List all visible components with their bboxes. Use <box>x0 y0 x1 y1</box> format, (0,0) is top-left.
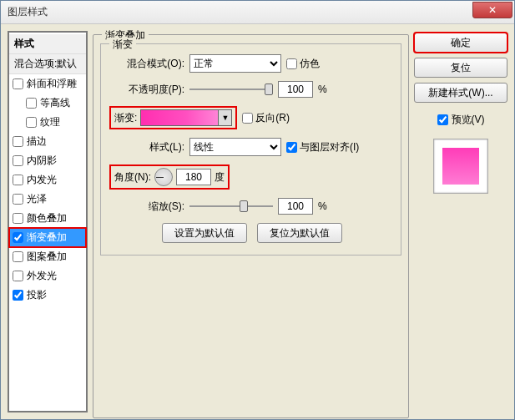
reverse-checkbox-wrap[interactable]: 反向(R) <box>242 111 290 125</box>
angle-label: 角度(N): <box>114 170 151 185</box>
gradient-label: 渐变: <box>114 111 137 125</box>
blend-mode-label: 混合模式(O): <box>109 57 184 71</box>
style-satin[interactable]: 光泽 <box>9 190 86 209</box>
blend-mode-row: 混合模式(O): 正常 仿色 <box>109 54 394 73</box>
dialog-content: 样式 混合选项:默认 斜面和浮雕 等高线 纹理 描边 内阴影 内发光 光泽 颜色… <box>1 24 514 419</box>
style-inner-glow[interactable]: 内发光 <box>9 170 86 190</box>
style-inner-shadow[interactable]: 内阴影 <box>9 151 86 170</box>
style-texture[interactable]: 纹理 <box>9 113 86 132</box>
style-gradient-overlay-checkbox[interactable] <box>13 232 23 243</box>
gradient-picker[interactable]: ▼ <box>140 109 232 126</box>
preview-label: 预览(V) <box>452 113 485 127</box>
cancel-button[interactable]: 复位 <box>414 58 507 78</box>
dither-checkbox[interactable] <box>286 58 297 69</box>
style-satin-checkbox[interactable] <box>13 194 23 205</box>
style-inner-glow-checkbox[interactable] <box>13 175 23 185</box>
style-pattern-overlay[interactable]: 图案叠加 <box>9 247 86 266</box>
preview-box <box>433 139 488 194</box>
preview-toggle-row: 预览(V) <box>414 113 507 127</box>
ok-button[interactable]: 确定 <box>414 33 507 53</box>
gradient-row: 渐变: ▼ 反向(R) <box>109 106 394 129</box>
gradient-dropdown-icon[interactable]: ▼ <box>218 110 231 125</box>
reverse-checkbox[interactable] <box>242 113 253 124</box>
scale-label: 缩放(S): <box>109 200 184 214</box>
opacity-label: 不透明度(P): <box>109 83 184 97</box>
align-checkbox[interactable] <box>286 142 297 153</box>
align-checkbox-wrap[interactable]: 与图层对齐(I) <box>286 140 359 154</box>
preview-checkbox[interactable] <box>437 114 448 125</box>
make-default-button[interactable]: 设置为默认值 <box>162 223 247 243</box>
angle-row: 角度(N): 度 <box>109 164 394 190</box>
scale-slider[interactable] <box>189 199 273 214</box>
style-gradient-overlay[interactable]: 渐变叠加 <box>9 228 86 247</box>
scale-row: 缩放(S): % <box>109 198 394 215</box>
window-title: 图层样式 <box>8 5 48 19</box>
gradient-inner-group: 渐变 混合模式(O): 正常 仿色 不透明度(P): % <box>100 43 401 256</box>
opacity-row: 不透明度(P): % <box>109 81 394 98</box>
style-bevel-checkbox[interactable] <box>13 78 23 89</box>
style-drop-shadow[interactable]: 投影 <box>9 286 86 305</box>
style-contour-checkbox[interactable] <box>26 98 37 109</box>
layer-style-dialog: 图层样式 ✕ 样式 混合选项:默认 斜面和浮雕 等高线 纹理 描边 内阴影 内发… <box>0 0 515 420</box>
style-stroke-checkbox[interactable] <box>13 136 23 147</box>
style-drop-shadow-checkbox[interactable] <box>13 290 23 301</box>
styles-list: 样式 混合选项:默认 斜面和浮雕 等高线 纹理 描边 内阴影 内发光 光泽 颜色… <box>8 31 88 412</box>
style-pattern-overlay-checkbox[interactable] <box>13 251 23 262</box>
close-button[interactable]: ✕ <box>472 2 512 18</box>
style-color-overlay-checkbox[interactable] <box>13 213 23 224</box>
style-texture-checkbox[interactable] <box>26 117 37 128</box>
styles-header[interactable]: 样式 <box>9 34 86 54</box>
gradient-style-select[interactable]: 线性 <box>189 138 281 156</box>
gradient-overlay-group: 渐变叠加 渐变 混合模式(O): 正常 仿色 不透明度(P): % <box>93 34 409 418</box>
reset-default-button[interactable]: 复位为默认值 <box>257 223 342 243</box>
style-stroke[interactable]: 描边 <box>9 132 86 151</box>
new-style-button[interactable]: 新建样式(W)... <box>414 83 507 103</box>
style-outer-glow[interactable]: 外发光 <box>9 266 86 286</box>
dither-checkbox-wrap[interactable]: 仿色 <box>286 57 320 71</box>
opacity-slider[interactable] <box>189 82 273 97</box>
angle-input[interactable] <box>176 169 211 185</box>
style-bevel[interactable]: 斜面和浮雕 <box>9 74 86 94</box>
settings-panel: 渐变叠加 渐变 混合模式(O): 正常 仿色 不透明度(P): % <box>93 31 409 412</box>
preview-swatch <box>442 148 479 185</box>
style-inner-shadow-checkbox[interactable] <box>13 155 23 166</box>
inner-title: 渐变 <box>109 38 136 52</box>
style-row: 样式(L): 线性 与图层对齐(I) <box>109 138 394 156</box>
blend-options-item[interactable]: 混合选项:默认 <box>9 54 86 74</box>
right-panel: 确定 复位 新建样式(W)... 预览(V) <box>414 31 507 412</box>
opacity-input[interactable] <box>278 81 313 98</box>
default-buttons-row: 设置为默认值 复位为默认值 <box>109 223 394 243</box>
angle-dial[interactable] <box>154 168 173 186</box>
angle-highlight: 角度(N): 度 <box>109 164 230 190</box>
style-contour[interactable]: 等高线 <box>9 94 86 113</box>
titlebar: 图层样式 ✕ <box>1 1 514 24</box>
gradient-style-label: 样式(L): <box>109 140 184 154</box>
gradient-highlight: 渐变: ▼ <box>109 106 237 129</box>
style-outer-glow-checkbox[interactable] <box>13 271 23 281</box>
scale-input[interactable] <box>278 198 313 215</box>
style-color-overlay[interactable]: 颜色叠加 <box>9 209 86 228</box>
blend-mode-select[interactable]: 正常 <box>189 54 281 73</box>
